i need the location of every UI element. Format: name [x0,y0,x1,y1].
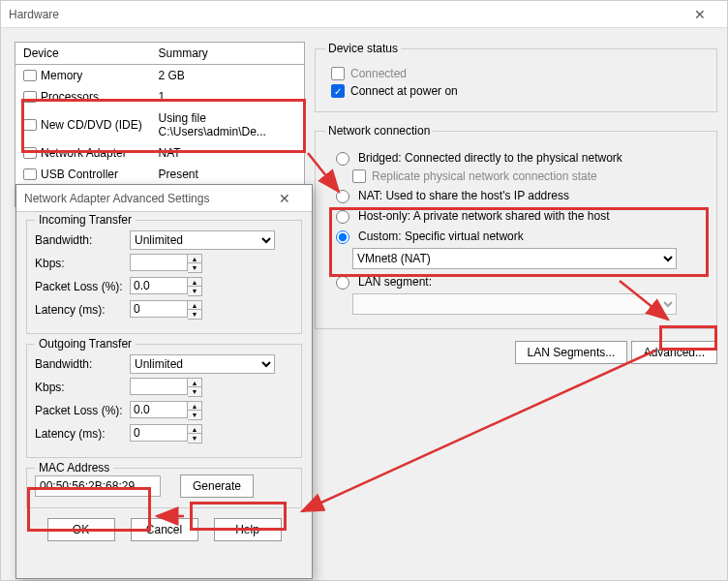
out-kbps-input[interactable] [130,378,188,395]
lan-segment-select[interactable] [352,293,677,315]
replicate-label: Replicate physical network connection st… [372,169,597,183]
nat-radio[interactable] [336,190,349,203]
lan-label: LAN segment: [358,275,432,289]
up-arrow-icon[interactable]: ▲ [188,425,201,434]
mac-address-input[interactable] [35,475,161,497]
col-summary[interactable]: Summary [151,43,305,65]
out-packetloss-input[interactable] [130,401,188,418]
device-status-legend: Device status [325,42,401,55]
custom-radio[interactable] [336,230,349,244]
advanced-button[interactable]: Advanced... [631,341,717,364]
connected-label: Connected [350,67,407,80]
usb-icon [23,168,37,180]
mac-legend: MAC Address [35,461,113,474]
lan-segments-button[interactable]: LAN Segments... [515,341,628,364]
hostonly-radio[interactable] [336,210,349,224]
table-row[interactable]: Network AdapterNAT [15,142,305,164]
device-table: Device Summary Memory2 GB Processors1 Ne… [15,42,305,207]
bridged-label: Bridged: Connected directly to the physi… [358,151,622,165]
mac-group: MAC Address Generate [26,468,302,508]
power-on-label: Connect at power on [350,84,458,98]
bridged-radio[interactable] [336,152,349,166]
bandwidth-label: Bandwidth: [35,357,124,371]
adv-close-icon[interactable]: ✕ [265,191,304,206]
down-arrow-icon[interactable]: ▼ [188,263,201,272]
packetloss-label: Packet Loss (%): [35,280,124,293]
latency-label: Latency (ms): [35,303,124,317]
incoming-legend: Incoming Transfer [35,213,136,227]
up-arrow-icon[interactable]: ▲ [188,278,201,287]
col-device[interactable]: Device [15,43,151,65]
hostonly-label: Host-only: A private network shared with… [358,209,609,223]
out-bandwidth-select[interactable]: Unlimited [130,354,275,374]
down-arrow-icon[interactable]: ▼ [188,310,201,319]
outgoing-group: Outgoing Transfer Bandwidth:Unlimited Kb… [26,344,302,458]
help-button[interactable]: Help [214,518,282,541]
in-latency-input[interactable] [130,300,188,318]
custom-label: Custom: Specific virtual network [358,229,524,243]
down-arrow-icon[interactable]: ▼ [188,411,201,419]
connected-checkbox[interactable] [331,67,345,80]
up-arrow-icon[interactable]: ▲ [188,379,201,387]
in-bandwidth-select[interactable]: Unlimited [130,230,275,250]
kbps-label: Kbps: [35,257,124,270]
generate-button[interactable]: Generate [180,474,254,498]
bandwidth-label: Bandwidth: [35,233,124,247]
up-arrow-icon[interactable]: ▲ [188,402,201,411]
titlebar: Hardware ✕ [1,1,727,28]
memory-icon [23,70,37,81]
incoming-group: Incoming Transfer Bandwidth:Unlimited Kb… [26,220,302,334]
in-packetloss-input[interactable] [130,277,188,294]
adv-title: Network Adapter Advanced Settings [24,192,265,205]
replicate-checkbox[interactable] [352,169,366,183]
window-title: Hardware [9,8,681,21]
down-arrow-icon[interactable]: ▼ [188,387,201,396]
down-arrow-icon[interactable]: ▼ [188,287,201,295]
table-row[interactable]: Memory2 GB [15,65,305,87]
table-row[interactable]: Processors1 [15,86,305,107]
out-latency-input[interactable] [130,424,188,442]
network-connection-group: Network connection Bridged: Connected di… [315,124,717,329]
close-icon[interactable]: ✕ [681,7,719,22]
up-arrow-icon[interactable]: ▲ [188,255,201,263]
network-icon [23,147,37,159]
advanced-settings-dialog: Network Adapter Advanced Settings ✕ Inco… [15,184,313,579]
disc-icon [23,119,37,131]
custom-network-select[interactable]: VMnet8 (NAT) [352,248,677,269]
down-arrow-icon[interactable]: ▼ [188,434,201,443]
table-row[interactable]: USB ControllerPresent [15,164,305,185]
kbps-label: Kbps: [35,381,124,394]
lan-radio[interactable] [336,276,349,290]
table-row[interactable]: New CD/DVD (IDE)Using file C:\Users\admi… [15,107,305,142]
power-on-checkbox[interactable]: ✓ [331,84,345,98]
latency-label: Latency (ms): [35,427,124,441]
cpu-icon [23,91,37,103]
cancel-button[interactable]: Cancel [131,518,198,541]
ok-button[interactable]: OK [47,518,115,541]
up-arrow-icon[interactable]: ▲ [188,301,201,310]
in-kbps-input[interactable] [130,254,188,271]
device-status-group: Device status Connected ✓ Connect at pow… [315,42,717,112]
network-connection-legend: Network connection [325,124,433,138]
nat-label: NAT: Used to share the host's IP address [358,189,569,202]
packetloss-label: Packet Loss (%): [35,404,124,417]
outgoing-legend: Outgoing Transfer [35,337,136,351]
